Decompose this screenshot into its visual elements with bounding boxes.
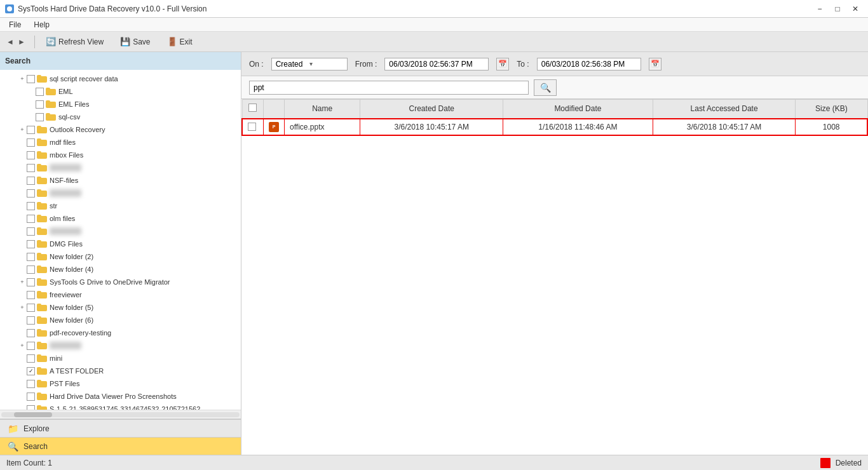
tree-item[interactable]: +sql script recover data [0, 72, 241, 85]
tree-expand-icon[interactable] [27, 112, 36, 121]
row-checkbox[interactable] [248, 123, 256, 131]
tree-expand-icon[interactable]: + [18, 278, 27, 286]
tree-item-checkbox[interactable] [27, 393, 35, 401]
tree-item[interactable]: sql-csv [0, 111, 241, 123]
tree-expand-icon[interactable] [18, 265, 27, 274]
tree-item-checkbox[interactable] [27, 215, 35, 223]
tree-item-checkbox[interactable] [27, 354, 35, 363]
tree-expand-icon[interactable]: + [18, 303, 27, 312]
to-date-input[interactable] [537, 58, 641, 70]
tree-item-checkbox[interactable] [27, 380, 35, 388]
tree-item[interactable]: New folder (6) [0, 314, 241, 326]
tree-item[interactable]: Hard Drive Data Viewer Pro Screenshots [0, 390, 241, 403]
tree-expand-icon[interactable] [18, 290, 27, 299]
close-button[interactable]: ✕ [848, 3, 863, 15]
tree-expand-icon[interactable] [18, 227, 27, 236]
tree-item[interactable]: mbox Files [0, 149, 241, 161]
tree-expand-icon[interactable]: + [18, 125, 27, 134]
tree-item-checkbox[interactable] [27, 189, 35, 198]
save-button[interactable]: 💾 Save [114, 34, 156, 49]
search-go-button[interactable]: 🔍 [534, 79, 557, 96]
tree-item-checkbox[interactable] [27, 405, 35, 410]
tree-expand-icon[interactable] [18, 163, 27, 172]
tree-item-checkbox[interactable] [27, 253, 35, 261]
search-text-input[interactable] [249, 81, 529, 95]
tree-item-checkbox[interactable] [27, 329, 35, 337]
tree-item[interactable]: A TEST FOLDER [0, 365, 241, 377]
tree-item-checkbox[interactable] [27, 151, 35, 159]
tree-item-checkbox[interactable] [27, 304, 35, 312]
tree-expand-icon[interactable] [18, 316, 27, 325]
nav-next-button[interactable]: ► [17, 37, 27, 46]
tree-item-checkbox[interactable] [36, 88, 44, 96]
tree-item[interactable]: ██████ [0, 225, 241, 238]
tree-expand-icon[interactable]: + [18, 74, 27, 83]
tree-expand-icon[interactable] [18, 214, 27, 223]
tree-item-checkbox[interactable] [36, 113, 44, 121]
tree-item-checkbox[interactable] [27, 227, 35, 236]
select-all-header[interactable] [242, 100, 264, 119]
tree-item[interactable]: +Outlook Recovery [0, 123, 241, 136]
tree-item[interactable]: mini [0, 352, 241, 365]
tree-item[interactable]: +██████ [0, 339, 241, 352]
tree-item-checkbox[interactable] [27, 367, 35, 375]
row-checkbox-cell[interactable] [242, 119, 264, 135]
tree-item-checkbox[interactable] [27, 126, 35, 134]
tree-expand-icon[interactable] [27, 87, 36, 96]
tree-item[interactable]: +New folder (5) [0, 301, 241, 314]
tree-item-checkbox[interactable] [36, 100, 44, 109]
tree-item[interactable]: DMG Files [0, 238, 241, 250]
horizontal-scrollbar[interactable] [0, 410, 241, 419]
tree-expand-icon[interactable] [18, 392, 27, 401]
tree-expand-icon[interactable] [18, 151, 27, 159]
tree-item-checkbox[interactable] [27, 240, 35, 248]
tree-item[interactable]: New folder (4) [0, 263, 241, 276]
on-dropdown[interactable]: Created ▾ [271, 58, 348, 70]
tree-expand-icon[interactable] [27, 100, 36, 109]
tree-expand-icon[interactable] [18, 354, 27, 363]
tree-item-checkbox[interactable] [27, 164, 35, 172]
tree-item[interactable]: S-1-5-21-3589531745-3314674532-210572156… [0, 403, 241, 410]
from-date-picker-button[interactable]: 📅 [496, 58, 509, 70]
tree-item[interactable]: olm files [0, 212, 241, 225]
maximize-button[interactable]: □ [830, 3, 845, 15]
tree-item-checkbox[interactable] [27, 75, 35, 83]
tree-item[interactable]: str [0, 199, 241, 212]
tree-item[interactable]: +SysTools G Drive to OneDrive Migrator [0, 276, 241, 288]
tree-item-checkbox[interactable] [27, 278, 35, 286]
tree-item-checkbox[interactable] [27, 342, 35, 350]
search-nav-button[interactable]: 🔍 Search [0, 437, 241, 455]
tree-item[interactable]: PST Files [0, 377, 241, 390]
tree-item[interactable]: NSF-files [0, 174, 241, 187]
tree-item[interactable]: pdf-recovery-testing [0, 326, 241, 339]
table-row[interactable]: Poffice.pptx3/6/2018 10:45:17 AM1/16/201… [242, 119, 867, 135]
tree-item-checkbox[interactable] [27, 202, 35, 210]
minimize-button[interactable]: − [812, 3, 827, 15]
tree-item-checkbox[interactable] [27, 138, 35, 147]
nav-prev-button[interactable]: ◄ [5, 37, 15, 46]
tree-expand-icon[interactable] [18, 239, 27, 248]
tree-expand-icon[interactable] [18, 138, 27, 147]
tree-expand-icon[interactable] [18, 252, 27, 261]
menu-file[interactable]: File [3, 19, 27, 30]
tree-expand-icon[interactable] [18, 176, 27, 185]
exit-button[interactable]: 🚪 Exit [161, 34, 198, 49]
to-date-picker-button[interactable]: 📅 [649, 58, 661, 70]
tree-expand-icon[interactable] [18, 379, 27, 388]
refresh-button[interactable]: 🔄 Refresh View [40, 34, 109, 49]
tree-expand-icon[interactable] [18, 405, 27, 410]
tree-item-checkbox[interactable] [27, 291, 35, 299]
tree-item[interactable]: New folder (2) [0, 250, 241, 263]
tree-expand-icon[interactable] [18, 201, 27, 210]
explore-nav-button[interactable]: 📁 Explore [0, 419, 241, 437]
tree-item-checkbox[interactable] [27, 316, 35, 325]
tree-expand-icon[interactable] [18, 189, 27, 198]
menu-help[interactable]: Help [27, 19, 56, 30]
from-date-input[interactable] [384, 58, 489, 70]
tree-item-checkbox[interactable] [27, 265, 35, 274]
tree-item[interactable]: ██████ [0, 161, 241, 174]
tree-item[interactable]: EML [0, 85, 241, 98]
tree-item[interactable]: freeviewer [0, 288, 241, 301]
tree-item[interactable]: ██████ [0, 187, 241, 199]
tree-item[interactable]: mdf files [0, 136, 241, 149]
